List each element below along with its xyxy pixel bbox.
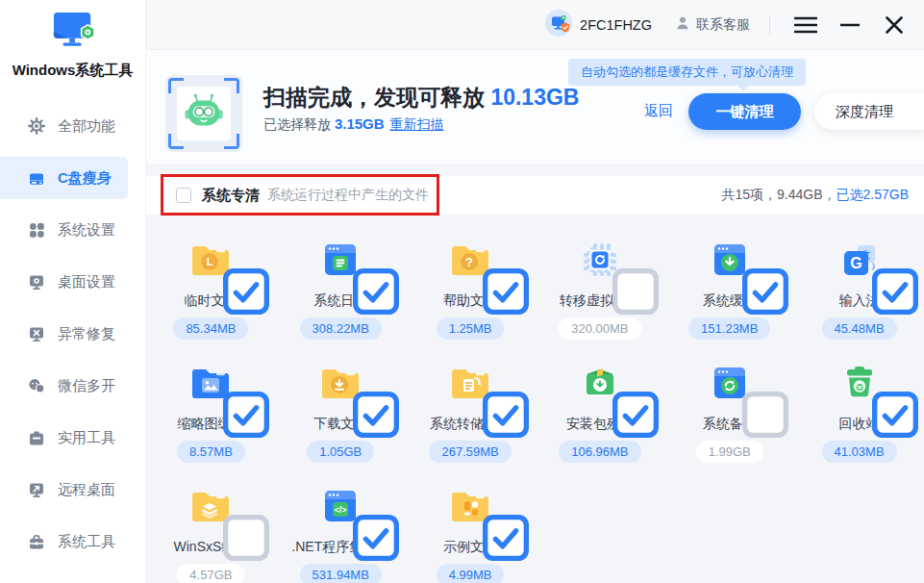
item-size-badge: 41.03MB bbox=[822, 441, 897, 463]
cleanup-item[interactable]: WinSxS缓存4.57GB bbox=[146, 471, 276, 583]
svg-text:G: G bbox=[850, 255, 862, 271]
svg-text:L: L bbox=[207, 256, 213, 267]
cleanup-item[interactable]: 系统日志308.22MB bbox=[276, 225, 406, 348]
rescan-link[interactable]: 重新扫描 bbox=[390, 116, 444, 132]
item-checkbox[interactable] bbox=[223, 268, 240, 286]
svg-text:♻: ♻ bbox=[855, 382, 863, 393]
virtual-memory-chip-icon bbox=[577, 237, 623, 283]
item-checkbox[interactable] bbox=[483, 268, 500, 286]
sidebar-item-desktop-settings[interactable]: 桌面设置 bbox=[0, 261, 145, 303]
scan-result-title: 扫描完成，发现可释放 10.13GB bbox=[263, 83, 579, 113]
cleanup-item[interactable]: 示例文件4.99MB bbox=[406, 471, 536, 583]
svg-text:</>: </> bbox=[335, 505, 347, 515]
system-cache-icon bbox=[707, 237, 753, 283]
remote-desktop-icon bbox=[28, 481, 45, 498]
item-checkbox[interactable] bbox=[483, 515, 500, 532]
sidebar-item-system-settings[interactable]: 系统设置 bbox=[0, 209, 145, 251]
cleanup-item[interactable]: 下载文件1.05GB bbox=[276, 348, 406, 471]
cleanup-grid: L临时文件85.34MB系统日志308.22MB?帮助文件1.25MB转移虚拟内… bbox=[146, 225, 924, 583]
app-logo: Windows系统工具 bbox=[0, 0, 145, 80]
section-checkbox[interactable] bbox=[176, 188, 191, 203]
cleanup-item[interactable]: </>.NET程序集缓存531.94MB bbox=[276, 471, 406, 583]
error-repair-icon bbox=[28, 325, 45, 342]
item-checkbox[interactable] bbox=[353, 392, 370, 409]
cleanup-item[interactable]: 系统缓存151.23MB bbox=[664, 225, 794, 348]
robot-scan-icon bbox=[165, 75, 242, 152]
item-checkbox[interactable] bbox=[223, 392, 240, 409]
sidebar-item-error-repair[interactable]: 异常修复 bbox=[0, 313, 145, 355]
item-checkbox[interactable] bbox=[612, 268, 630, 286]
releasable-size: 10.13GB bbox=[490, 85, 579, 110]
one-click-clean-button[interactable]: 一键清理 bbox=[688, 93, 801, 130]
item-checkbox[interactable] bbox=[353, 268, 370, 286]
item-size-badge: 1.99GB bbox=[696, 441, 763, 463]
scan-result-header: 扫描完成，发现可释放 10.13GB 已选择释放 3.15GB重新扫描 自动勾选… bbox=[146, 50, 924, 164]
user-avatar-icon bbox=[545, 10, 572, 39]
cleanup-item[interactable]: ?帮助文件1.25MB bbox=[406, 225, 536, 348]
item-size-badge: 267.59MB bbox=[429, 441, 511, 463]
sidebar-item-label: C盘瘦身 bbox=[58, 169, 112, 188]
auto-select-tooltip: 自动勾选的都是缓存文件，可放心清理 bbox=[568, 59, 806, 86]
sidebar-item-remote-desktop[interactable]: 远程桌面 bbox=[0, 469, 145, 511]
cleanup-item[interactable]: L临时文件85.34MB bbox=[146, 225, 276, 348]
app-window: Windows系统工具 全部功能C盘瘦身系统设置桌面设置异常修复微信多开实用工具… bbox=[0, 0, 924, 583]
item-size-badge: 531.94MB bbox=[300, 564, 382, 583]
sidebar-item-utility-tools[interactable]: 实用工具 bbox=[0, 417, 145, 459]
contact-support-button[interactable]: 联系客服 bbox=[675, 15, 750, 34]
item-size-badge: 1.05GB bbox=[307, 441, 374, 463]
input-method-icon: 文G bbox=[837, 237, 883, 283]
cleanup-item[interactable]: 安装包残留106.96MB bbox=[535, 348, 664, 471]
sidebar-item-label: 系统工具 bbox=[58, 533, 115, 551]
item-size-badge: 45.48MB bbox=[822, 317, 897, 340]
sidebar-item-c-drive-slim[interactable]: C盘瘦身 bbox=[0, 157, 128, 199]
cleanup-item[interactable]: 转移虚拟内存320.00MB bbox=[535, 225, 664, 348]
item-size-badge: 151.23MB bbox=[688, 317, 770, 340]
cleanup-item[interactable]: 系统转储文件267.59MB bbox=[406, 348, 536, 471]
sidebar: Windows系统工具 全部功能C盘瘦身系统设置桌面设置异常修复微信多开实用工具… bbox=[0, 0, 146, 583]
sidebar-item-all-features[interactable]: 全部功能 bbox=[0, 105, 145, 147]
cleanup-item[interactable]: ♻回收站41.03MB bbox=[794, 348, 924, 471]
system-settings-icon bbox=[28, 221, 45, 239]
desktop-settings-icon bbox=[28, 273, 45, 291]
sidebar-item-wechat-multi[interactable]: 微信多开 bbox=[0, 365, 145, 407]
system-log-icon bbox=[317, 237, 363, 283]
item-checkbox[interactable] bbox=[742, 268, 760, 286]
item-checkbox[interactable] bbox=[872, 268, 889, 286]
sidebar-item-label: 异常修复 bbox=[58, 325, 115, 343]
sidebar-item-label: 实用工具 bbox=[58, 429, 115, 447]
item-checkbox[interactable] bbox=[612, 392, 630, 409]
cleanup-item[interactable]: 文G输入法45.48MB bbox=[794, 225, 924, 348]
item-checkbox[interactable] bbox=[483, 392, 500, 409]
dotnet-cache-icon: </> bbox=[317, 483, 363, 529]
license-code-badge[interactable]: 2FC1FHZG bbox=[545, 10, 652, 39]
cleanup-item[interactable]: 缩略图缓存8.57MB bbox=[146, 348, 276, 471]
item-size-badge: 4.99MB bbox=[437, 564, 505, 583]
deep-clean-button[interactable]: 深度清理 bbox=[814, 93, 924, 130]
scan-selected-line: 已选择释放 3.15GB重新扫描 bbox=[263, 115, 444, 134]
installer-package-icon bbox=[577, 360, 623, 406]
item-checkbox[interactable] bbox=[872, 392, 889, 409]
menu-hamburger-button[interactable] bbox=[789, 9, 822, 41]
cleanup-item[interactable]: 系统备份1.99GB bbox=[664, 348, 794, 471]
contact-support-label: 联系客服 bbox=[696, 16, 750, 34]
back-link[interactable]: 返回 bbox=[644, 102, 673, 120]
item-checkbox[interactable] bbox=[223, 515, 240, 532]
item-checkbox[interactable] bbox=[353, 515, 370, 532]
person-icon bbox=[675, 15, 690, 34]
item-size-badge: 320.00MB bbox=[559, 317, 640, 340]
dump-folder-icon bbox=[447, 360, 493, 406]
section-summary: 共15项，9.44GB，已选2.57GB bbox=[721, 187, 909, 204]
temp-folder-icon: L bbox=[187, 237, 234, 283]
recycle-bin-icon: ♻ bbox=[837, 360, 883, 406]
all-features-icon bbox=[28, 117, 45, 135]
item-checkbox[interactable] bbox=[742, 392, 760, 409]
sidebar-item-label: 系统设置 bbox=[58, 221, 115, 240]
minimize-button[interactable] bbox=[834, 9, 866, 41]
topbar: 2FC1FHZG 联系客服 bbox=[146, 0, 924, 50]
close-button[interactable] bbox=[878, 9, 911, 41]
help-folder-icon: ? bbox=[447, 237, 493, 283]
svg-text:?: ? bbox=[465, 255, 473, 269]
download-folder-icon bbox=[317, 360, 363, 406]
wechat-multi-icon bbox=[28, 377, 45, 394]
sidebar-item-system-tools[interactable]: 系统工具 bbox=[0, 520, 145, 563]
